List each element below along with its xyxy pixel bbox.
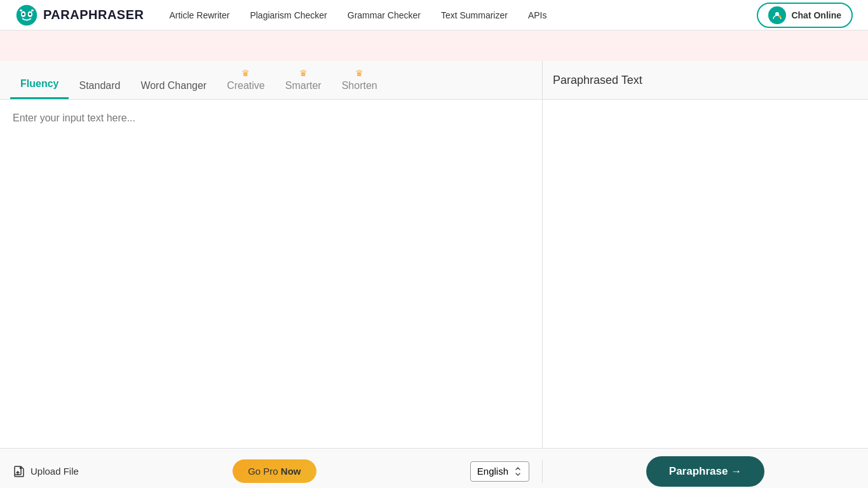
tab-creative[interactable]: ♛ Creative <box>217 61 275 99</box>
crown-icon-smarter: ♛ <box>299 69 308 78</box>
logo-text: PARAPHRASER <box>43 8 144 22</box>
tab-standard[interactable]: Standard <box>69 71 130 99</box>
nav-text-summarizer[interactable]: Text Summarizer <box>441 10 508 20</box>
logo-area: PARAPHRASER <box>15 4 144 27</box>
nav-grammar-checker[interactable]: Grammar Checker <box>348 10 421 20</box>
upload-label: Upload File <box>31 466 79 477</box>
tabs-right: Paraphrased Text <box>543 61 868 99</box>
header: PARAPHRASER Article Rewriter Plagiarism … <box>0 0 868 30</box>
promo-banner <box>0 30 868 61</box>
nav-plagiarism-checker[interactable]: Plagiarism Checker <box>250 10 327 20</box>
nav-links: Article Rewriter Plagiarism Checker Gram… <box>169 10 757 20</box>
input-textarea[interactable] <box>0 100 542 448</box>
upload-file-button[interactable]: Upload File <box>13 465 79 478</box>
upload-icon <box>13 465 25 478</box>
nav-article-rewriter[interactable]: Article Rewriter <box>169 10 229 20</box>
crown-icon-shorten: ♛ <box>355 69 363 78</box>
chat-icon <box>768 6 786 24</box>
paraphrased-text-title: Paraphrased Text <box>553 74 642 87</box>
tabs-left: Fluency Standard Word Changer ♛ Creative… <box>0 61 543 99</box>
bottom-right: Paraphrase → <box>543 456 868 487</box>
tab-fluency[interactable]: Fluency <box>10 69 69 99</box>
tab-word-changer[interactable]: Word Changer <box>130 71 217 99</box>
nav-apis[interactable]: APIs <box>528 10 547 20</box>
bottom-bar: Upload File Go Pro Now English Paraphras… <box>0 448 868 488</box>
chat-online-text: Chat Online <box>791 10 841 20</box>
logo-icon <box>15 4 38 27</box>
output-panel <box>543 100 868 448</box>
tab-shorten[interactable]: ♛ Shorten <box>332 61 388 99</box>
crown-icon-creative: ♛ <box>241 69 250 78</box>
chat-online-button[interactable]: Chat Online <box>757 3 853 28</box>
svg-point-3 <box>22 13 25 15</box>
tab-smarter[interactable]: ♛ Smarter <box>275 61 332 99</box>
go-pro-now-text: Now <box>281 466 301 477</box>
language-value: English <box>477 466 508 477</box>
paraphrase-button[interactable]: Paraphrase → <box>646 456 764 487</box>
svg-rect-6 <box>31 10 34 11</box>
svg-point-8 <box>778 15 781 18</box>
input-panel <box>0 100 543 448</box>
svg-point-4 <box>29 13 32 15</box>
paraphrase-btn-label: Paraphrase → <box>669 465 742 478</box>
svg-rect-5 <box>20 10 22 11</box>
svg-point-0 <box>17 4 37 25</box>
tabs-wrapper: Fluency Standard Word Changer ♛ Creative… <box>0 61 868 100</box>
bottom-left: Upload File Go Pro Now English <box>0 459 543 483</box>
go-pro-text: Go Pro <box>248 466 281 477</box>
go-pro-button[interactable]: Go Pro Now <box>233 459 316 483</box>
sort-arrows-icon <box>513 466 522 477</box>
language-selector[interactable]: English <box>470 461 529 482</box>
main-area <box>0 100 868 448</box>
